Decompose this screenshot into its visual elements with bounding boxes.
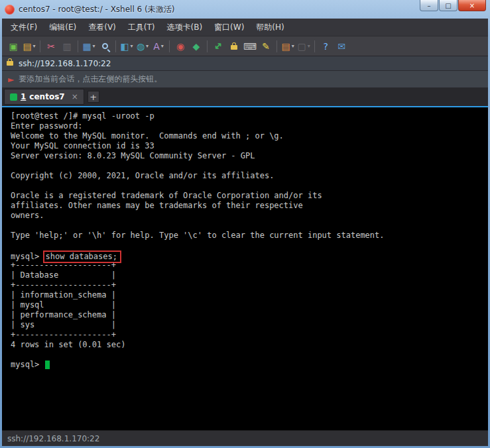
terminal-line: Copyright (c) 2000, 2021, Oracle and/or … — [11, 171, 488, 181]
dropdown-arrow-icon[interactable]: ▾ — [146, 43, 149, 49]
tab-bar: 1 centos7 × + — [2, 87, 488, 106]
terminal-line — [11, 221, 488, 231]
paste-icon: ▥ — [59, 38, 75, 54]
find-icon[interactable] — [97, 38, 113, 54]
terminal-line: mysql> show databases; — [11, 251, 488, 260]
dropdown-arrow-icon[interactable]: ▾ — [161, 43, 164, 49]
toolbar-separator — [78, 40, 78, 52]
menu-bar: 文件(F)编辑(E)查看(V)工具(T)选项卡(B)窗口(W)帮助(H) — [2, 19, 488, 36]
minimize-button[interactable]: – — [420, 0, 438, 11]
terminal-line — [11, 181, 488, 191]
tab-centos7[interactable]: 1 centos7 × — [4, 89, 84, 105]
address-bar[interactable]: ssh://192.168.1.170:22 — [2, 56, 488, 70]
terminal-line: [root@test /]# mysql -uroot -p — [11, 111, 488, 121]
new-terminal-icon[interactable]: ▦▾ — [81, 38, 97, 54]
toolbar-separator — [314, 40, 315, 52]
terminal-line: +--------------------+ — [11, 330, 488, 340]
status-url: ssh://192.168.1.170:22 — [7, 434, 99, 443]
toolbar-separator — [276, 40, 277, 52]
connection-status-icon — [10, 93, 17, 101]
new-tab-button[interactable]: + — [88, 91, 99, 103]
xftp-icon[interactable]: ◆ — [188, 38, 204, 54]
tab-close-icon[interactable]: × — [72, 92, 78, 101]
terminal-line: | Database | — [11, 270, 488, 280]
highlight-icon[interactable]: ✎ — [258, 38, 274, 54]
terminal-cursor — [45, 361, 50, 369]
terminal-line: | performance_schema | — [11, 310, 488, 320]
dropdown-arrow-icon[interactable]: ▾ — [308, 43, 310, 49]
terminal-line: 4 rows in set (0.01 sec) — [11, 340, 488, 350]
xshell-app-icon — [5, 5, 15, 15]
app-frame: 文件(F)编辑(E)查看(V)工具(T)选项卡(B)窗口(W)帮助(H) ▣▤▾… — [2, 19, 488, 446]
terminal-line: +--------------------+ — [11, 280, 488, 290]
terminal-line: affiliates. Other names may be trademark… — [11, 201, 488, 211]
tab-label: centos7 — [29, 92, 64, 101]
terminal-line: Oracle is a registered trademark of Orac… — [11, 191, 488, 201]
terminal-line: owners. — [11, 211, 488, 221]
dropdown-arrow-icon[interactable]: ▾ — [292, 43, 294, 49]
terminal-line — [11, 241, 488, 251]
status-bar: ssh://192.168.1.170:22 — [2, 430, 488, 446]
window-title: centos7 - root@test:/ - Xshell 6 (未激活) — [19, 4, 174, 15]
terminal-prompt: mysql> — [11, 360, 44, 369]
layout-icon[interactable]: ◧▾ — [119, 38, 135, 54]
info-bar: ► 要添加当前会话，点击左侧的箭头按钮。 — [2, 70, 488, 87]
terminal-line: | mysql | — [11, 300, 488, 310]
dropdown-arrow-icon[interactable]: ▾ — [131, 43, 133, 49]
menu-item[interactable]: 编辑(E) — [43, 19, 82, 36]
toolbar-separator — [40, 40, 40, 52]
dropdown-arrow-icon[interactable]: ▾ — [93, 43, 95, 49]
info-message: 要添加当前会话，点击左侧的箭头按钮。 — [19, 74, 162, 85]
keyboard-icon[interactable]: ⌨ — [242, 38, 258, 54]
terminal-line: | sys | — [11, 320, 488, 330]
terminal-line: Type 'help;' or '\h' for help. Type '\c'… — [11, 231, 488, 241]
xshell-window: centos7 - root@test:/ - Xshell 6 (未激活) –… — [0, 0, 490, 448]
maximize-button[interactable]: □ — [439, 0, 458, 11]
fullscreen-icon[interactable]: ↔ — [210, 38, 226, 54]
cut-icon[interactable]: ✂ — [43, 38, 59, 54]
terminal-line — [11, 161, 488, 171]
open-session-icon[interactable]: ▤▾ — [21, 38, 37, 54]
font-icon[interactable]: A▾ — [151, 38, 166, 54]
folder-icon[interactable]: ▤▾ — [280, 38, 296, 54]
lock-icon[interactable] — [226, 38, 242, 54]
chat-icon[interactable]: ✉ — [334, 38, 349, 54]
tab-number: 1 — [21, 92, 26, 101]
window-controls: – □ × — [419, 0, 486, 11]
xagent-icon[interactable]: ◉ — [172, 38, 188, 54]
menu-item[interactable]: 工具(T) — [122, 19, 161, 36]
globe-icon[interactable]: ◍▾ — [135, 38, 151, 54]
terminal-line: Your MySQL connection id is 33 — [11, 141, 488, 151]
menu-item[interactable]: 查看(V) — [82, 19, 122, 36]
properties-icon: ▢▾ — [296, 38, 312, 54]
session-arrow-icon: ► — [8, 75, 14, 84]
help-icon[interactable]: ? — [318, 38, 334, 54]
close-button[interactable]: × — [458, 0, 486, 11]
address-url: ssh://192.168.1.170:22 — [19, 59, 111, 68]
dropdown-arrow-icon[interactable]: ▾ — [33, 43, 36, 49]
title-bar[interactable]: centos7 - root@test:/ - Xshell 6 (未激活) –… — [2, 0, 488, 19]
toolbar: ▣▤▾✂▥▦▾◧▾◍▾A▾◉◆↔⌨✎▤▾▢▾?✉ — [2, 36, 488, 56]
terminal-prompt: mysql> — [11, 252, 44, 261]
menu-item[interactable]: 帮助(H) — [250, 19, 290, 36]
toolbar-separator — [207, 40, 208, 52]
menu-item[interactable]: 选项卡(B) — [161, 19, 209, 36]
terminal-line: +--------------------+ — [11, 260, 488, 270]
terminal[interactable]: [root@test /]# mysql -uroot -pEnter pass… — [2, 107, 488, 430]
toolbar-separator — [169, 40, 170, 52]
terminal-line: Enter password: — [11, 121, 488, 131]
ssl-lock-icon — [7, 61, 13, 66]
terminal-line: Welcome to the MySQL monitor. Commands e… — [11, 131, 488, 141]
menu-item[interactable]: 窗口(W) — [208, 19, 250, 36]
terminal-line: | information_schema | — [11, 290, 488, 300]
menu-item[interactable]: 文件(F) — [5, 19, 43, 36]
toolbar-separator — [115, 40, 116, 52]
terminal-line — [11, 350, 488, 360]
terminal-line: mysql> — [11, 360, 488, 370]
terminal-line: Server version: 8.0.23 MySQL Community S… — [11, 151, 488, 161]
new-session-icon[interactable]: ▣ — [5, 38, 21, 54]
